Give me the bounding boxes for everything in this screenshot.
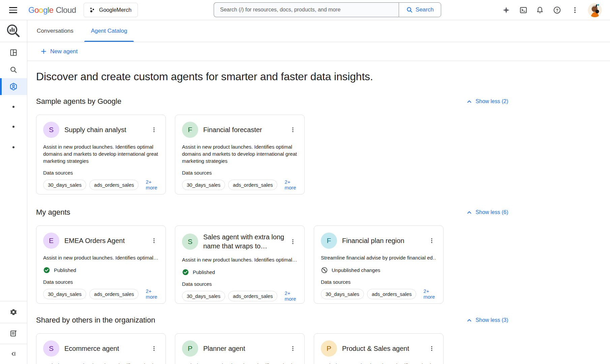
more-data-sources-link[interactable]: 2+ more <box>423 288 436 300</box>
search-button[interactable]: Search <box>399 2 441 17</box>
data-sources-row: 30_days_salesads_orders_sales2+ more <box>321 288 436 300</box>
agent-title[interactable]: Supply chain analyst <box>64 125 149 134</box>
agent-avatar: S <box>43 122 59 138</box>
gemini-sparkle-icon[interactable] <box>502 6 510 14</box>
card-menu-button[interactable] <box>288 344 298 353</box>
top-bar: Google Cloud GoogleMerch Search <box>0 0 610 20</box>
section-title: My agents <box>36 208 70 217</box>
sidebar-item-agents[interactable] <box>0 78 27 95</box>
card-menu-button[interactable] <box>149 344 159 353</box>
show-less-link[interactable]: Show less (6) <box>466 209 508 216</box>
agent-card[interactable]: P Product & Sales agent Assist in new pr… <box>314 333 444 364</box>
sidebar-item-release-notes[interactable] <box>0 325 27 342</box>
kebab-menu-icon <box>289 345 296 352</box>
agent-card[interactable]: F Financial forecaster Assist in new pro… <box>175 115 305 194</box>
sidebar-item-search[interactable] <box>0 61 27 78</box>
data-source-chip[interactable]: ads_orders_sales <box>228 180 277 190</box>
show-less-label: Show less (6) <box>476 209 508 215</box>
more-data-sources-link[interactable]: 2+ more <box>284 179 298 190</box>
google-cloud-logo: Google Cloud <box>28 0 76 20</box>
card-menu-button[interactable] <box>288 125 298 134</box>
sidebar-item-dot-3[interactable] <box>0 146 27 148</box>
global-search: Search <box>214 2 441 17</box>
project-selector[interactable]: GoogleMerch <box>84 3 138 17</box>
cloud-shell-icon[interactable] <box>519 6 527 14</box>
section-my-agents: My agentsShow less (6) E EMEA Orders Age… <box>36 208 508 304</box>
tab-agent-catalog[interactable]: Agent Catalog <box>82 20 136 42</box>
kebab-menu-icon <box>428 345 435 352</box>
search-icon <box>406 6 413 13</box>
show-less-label: Show less (3) <box>476 317 508 323</box>
agent-avatar: E <box>43 233 59 249</box>
tab-conversations[interactable]: Conversations <box>28 20 82 42</box>
card-menu-button[interactable] <box>149 125 159 134</box>
agent-card[interactable]: P Planner agent Assist in new product la… <box>175 333 305 364</box>
agent-title[interactable]: Financial plan region <box>342 236 427 245</box>
new-agent-label: New agent <box>50 48 78 55</box>
search-nav-icon <box>9 66 18 74</box>
kebab-menu-icon <box>151 345 157 352</box>
agent-card[interactable]: E EMEA Orders Agent Assist in new produc… <box>36 225 166 304</box>
data-source-chip[interactable]: 30_days_sales <box>43 289 86 299</box>
data-source-chip[interactable]: ads_orders_sales <box>228 291 277 301</box>
card-menu-button[interactable] <box>427 236 436 245</box>
sidebar-item-dot-1[interactable] <box>0 106 27 108</box>
new-agent-button[interactable]: New agent <box>40 48 78 55</box>
data-sources-row: 30_days_salesads_orders_sales2+ more <box>43 179 159 190</box>
sidebar-item-settings[interactable] <box>0 304 27 321</box>
agent-description: Assist in new product launches. Identifi… <box>182 143 298 164</box>
agent-avatar: F <box>321 233 337 249</box>
show-less-link[interactable]: Show less (2) <box>466 98 508 105</box>
data-source-chip[interactable]: 30_days_sales <box>43 180 86 190</box>
sidebar-item-dot-2[interactable] <box>0 126 27 128</box>
more-data-sources-link[interactable]: 2+ more <box>146 179 159 190</box>
section-title: Shared by others in the organization <box>36 316 155 325</box>
collapse-panel-button[interactable] <box>0 345 27 362</box>
section-shared-agents: Shared by others in the organizationShow… <box>36 316 508 364</box>
agent-status: Published <box>182 269 298 276</box>
data-sources-row: 30_days_salesads_orders_sales2+ more <box>182 290 298 302</box>
agent-title[interactable]: Ecommerce agent <box>64 344 149 353</box>
card-menu-button[interactable] <box>427 344 436 353</box>
agent-title[interactable]: Planner agent <box>203 344 288 353</box>
data-source-chip[interactable]: 30_days_sales <box>321 289 364 299</box>
agent-card[interactable]: S Ecommerce agent Assist in new product … <box>36 333 166 364</box>
agent-title[interactable]: Financial forecaster <box>203 125 288 134</box>
agent-title[interactable]: Sales agent with extra long name that wr… <box>203 233 288 251</box>
sidebar-item-dashboards[interactable] <box>0 44 27 61</box>
more-data-sources-link[interactable]: 2+ more <box>146 288 159 300</box>
data-source-chip[interactable]: ads_orders_sales <box>367 289 416 299</box>
kebab-menu-icon <box>428 237 435 244</box>
search-input[interactable] <box>214 2 399 17</box>
card-menu-button[interactable] <box>149 236 159 245</box>
status-label: Published <box>54 267 76 273</box>
collapse-panel-icon <box>10 350 17 358</box>
agent-description: Streamline financial advise by provide f… <box>321 254 436 261</box>
section-sample-agents: Sample agents by GoogleShow less (2) S S… <box>36 97 508 194</box>
data-source-chip[interactable]: ads_orders_sales <box>89 180 139 190</box>
notifications-bell-icon[interactable] <box>536 6 544 14</box>
show-less-label: Show less (2) <box>476 98 508 104</box>
data-source-chip[interactable]: 30_days_sales <box>182 180 225 190</box>
help-icon[interactable]: ? <box>553 6 561 14</box>
more-options-icon[interactable] <box>571 6 579 14</box>
card-menu-button[interactable] <box>288 237 298 246</box>
data-sources-label: Data sources <box>182 170 298 176</box>
data-source-chip[interactable]: 30_days_sales <box>182 291 225 301</box>
search-button-label: Search <box>416 6 434 13</box>
agent-card[interactable]: F Financial plan region Streamline finan… <box>314 225 444 304</box>
more-data-sources-link[interactable]: 2+ more <box>284 290 298 302</box>
chevron-up-icon <box>466 98 472 105</box>
divider <box>0 344 27 344</box>
agent-status: Unpublished changes <box>321 267 436 274</box>
divider <box>0 323 27 323</box>
user-avatar[interactable] <box>588 3 602 17</box>
data-source-chip[interactable]: ads_orders_sales <box>89 289 139 299</box>
agent-title[interactable]: Product & Sales agent <box>342 344 427 353</box>
card-grid: S Supply chain analyst Assist in new pro… <box>36 115 508 194</box>
show-less-link[interactable]: Show less (3) <box>466 317 508 324</box>
agent-title[interactable]: EMEA Orders Agent <box>64 236 149 245</box>
agent-card[interactable]: S Supply chain analyst Assist in new pro… <box>36 115 166 194</box>
main-menu-icon[interactable] <box>7 5 19 16</box>
agent-card[interactable]: S Sales agent with extra long name that … <box>175 225 305 304</box>
